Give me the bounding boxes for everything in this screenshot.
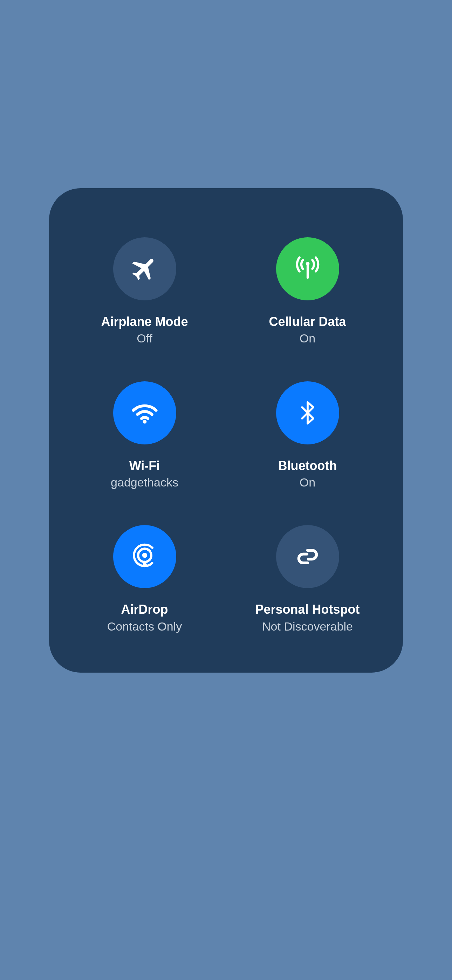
personal-hotspot-label: Personal Hotspot xyxy=(255,601,360,618)
airplane-icon xyxy=(130,254,159,283)
airplane-mode-toggle[interactable]: Airplane Mode Off xyxy=(70,237,219,346)
svg-point-1 xyxy=(306,262,309,266)
airdrop-label: AirDrop xyxy=(121,601,168,618)
personal-hotspot-status: Not Discoverable xyxy=(262,619,353,634)
wifi-icon xyxy=(129,397,161,429)
wifi-status: gadgethacks xyxy=(111,474,178,490)
airplane-mode-label: Airplane Mode xyxy=(101,314,188,330)
bluetooth-label: Bluetooth xyxy=(278,458,337,474)
bluetooth-icon xyxy=(294,399,321,427)
airdrop-icon xyxy=(129,541,161,573)
wifi-label: Wi-Fi xyxy=(129,458,160,474)
hotspot-icon xyxy=(292,541,323,573)
cellular-data-toggle[interactable]: Cellular Data On xyxy=(233,237,382,346)
personal-hotspot-button xyxy=(276,525,339,588)
wifi-button xyxy=(113,381,176,444)
airplane-mode-button xyxy=(113,237,176,301)
airdrop-toggle[interactable]: AirDrop Contacts Only xyxy=(70,525,219,634)
connectivity-panel: Airplane Mode Off Cellular Data On xyxy=(49,188,403,673)
bluetooth-button xyxy=(276,381,339,444)
bluetooth-status: On xyxy=(299,474,315,490)
airdrop-button xyxy=(113,525,176,588)
cellular-data-button xyxy=(276,237,339,301)
airdrop-status: Contacts Only xyxy=(107,619,182,634)
svg-point-3 xyxy=(142,553,147,558)
cellular-icon xyxy=(292,253,323,285)
airplane-mode-status: Off xyxy=(137,331,153,346)
personal-hotspot-toggle[interactable]: Personal Hotspot Not Discoverable xyxy=(233,525,382,634)
wifi-toggle[interactable]: Wi-Fi gadgethacks xyxy=(70,381,219,490)
cellular-data-status: On xyxy=(299,331,315,346)
bluetooth-toggle[interactable]: Bluetooth On xyxy=(233,381,382,490)
svg-point-2 xyxy=(143,420,146,423)
cellular-data-label: Cellular Data xyxy=(269,314,346,330)
